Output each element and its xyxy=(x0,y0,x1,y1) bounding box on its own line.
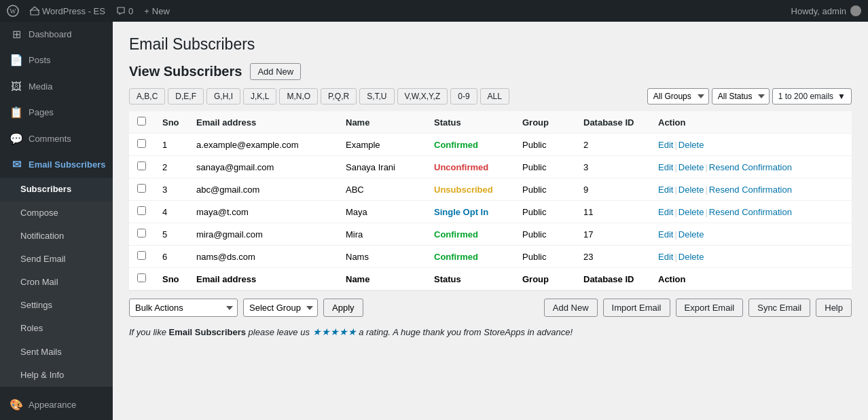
sidebar-item-email-subscribers[interactable]: ✉ Email Subscribers xyxy=(0,152,113,178)
email-subscribers-icon: ✉ xyxy=(10,157,23,172)
filter-bar: A,B,C D,E,F G,H,I J,K,L M,N,O P,Q,R S,T,… xyxy=(129,88,852,104)
sync-email-button[interactable]: Sync Email xyxy=(748,299,810,317)
row-dbid: 23 xyxy=(575,246,650,268)
sidebar-item-compose[interactable]: Compose xyxy=(0,202,113,225)
edit-link[interactable]: Edit xyxy=(658,162,673,172)
resend-link[interactable]: Resend Confirmation xyxy=(709,162,792,172)
edit-link[interactable]: Edit xyxy=(658,252,673,262)
site-name[interactable]: WordPress - ES xyxy=(30,6,105,16)
filter-pqr[interactable]: P,Q,R xyxy=(321,88,357,104)
apply-button[interactable]: Apply xyxy=(323,299,363,317)
row-checkbox-4[interactable] xyxy=(137,229,146,237)
pages-icon: 📋 xyxy=(10,105,23,120)
sidebar-item-help-info[interactable]: Help & Info xyxy=(0,364,113,387)
view-header: View Subscribers Add New xyxy=(129,63,852,80)
new-item[interactable]: + New xyxy=(144,6,170,16)
filter-09[interactable]: 0-9 xyxy=(450,88,477,104)
howdy-label: Howdy, admin xyxy=(791,5,861,16)
main-layout: ⊞ Dashboard 📄 Posts 🖼 Media 📋 Pages 💬 Co… xyxy=(0,22,868,420)
footer-status: Status xyxy=(426,268,514,290)
row-status: Unsubscribed xyxy=(426,178,514,201)
sidebar-item-cron-mail[interactable]: Cron Mail xyxy=(0,271,113,294)
delete-link[interactable]: Delete xyxy=(679,207,704,217)
row-sno: 6 xyxy=(154,246,188,268)
sidebar-item-dashboard[interactable]: ⊞ Dashboard xyxy=(0,22,113,47)
sidebar-item-settings[interactable]: Settings xyxy=(0,294,113,317)
sidebar-submenu: Subscribers Compose Notification Send Em… xyxy=(0,178,113,387)
sidebar-item-posts[interactable]: 📄 Posts xyxy=(0,47,113,73)
filter-ghi[interactable]: G,H,I xyxy=(206,88,240,104)
filter-stu[interactable]: S,T,U xyxy=(359,88,394,104)
filter-mno[interactable]: M,N,O xyxy=(279,88,318,104)
row-sno: 2 xyxy=(154,156,188,178)
header-dbid: Database ID xyxy=(575,111,650,134)
wp-logo[interactable]: W xyxy=(7,5,19,17)
row-name: Maya xyxy=(338,201,426,223)
row-checkbox-2[interactable] xyxy=(137,184,146,193)
row-dbid: 3 xyxy=(575,156,650,178)
stars[interactable]: ★★★★★ xyxy=(312,326,357,337)
row-checkbox-1[interactable] xyxy=(137,161,146,170)
comment-icon xyxy=(116,6,126,16)
row-status: Confirmed xyxy=(426,246,514,268)
export-email-button[interactable]: Export Email xyxy=(676,299,744,317)
table-footer-row: Sno Email address Name Status Group Data… xyxy=(129,268,852,290)
delete-link[interactable]: Delete xyxy=(679,185,704,195)
resend-link[interactable]: Resend Confirmation xyxy=(709,207,792,217)
select-group-select[interactable]: Select Group xyxy=(243,299,318,317)
row-checkbox-3[interactable] xyxy=(137,206,146,215)
edit-link[interactable]: Edit xyxy=(658,207,673,217)
posts-icon: 📄 xyxy=(10,53,23,68)
view-header-label: View Subscribers xyxy=(129,64,242,79)
resend-link[interactable]: Resend Confirmation xyxy=(709,185,792,195)
row-group: Public xyxy=(514,201,575,223)
filter-jkl[interactable]: J,K,L xyxy=(243,88,276,104)
filter-def[interactable]: D,E,F xyxy=(168,88,204,104)
delete-link[interactable]: Delete xyxy=(679,229,704,240)
row-checkbox-5[interactable] xyxy=(137,251,146,260)
sidebar-item-comments[interactable]: 💬 Comments xyxy=(0,126,113,152)
row-status: Confirmed xyxy=(426,134,514,156)
row-action: Edit|Delete xyxy=(650,223,852,246)
sidebar: ⊞ Dashboard 📄 Posts 🖼 Media 📋 Pages 💬 Co… xyxy=(0,22,113,420)
row-check xyxy=(129,246,154,268)
import-email-button[interactable]: Import Email xyxy=(603,299,670,317)
filter-abc[interactable]: A,B,C xyxy=(129,88,165,104)
select-all-footer-checkbox[interactable] xyxy=(137,273,146,282)
footer-dbid: Database ID xyxy=(575,268,650,290)
edit-link[interactable]: Edit xyxy=(658,229,673,240)
sidebar-item-appearance[interactable]: 🎨 Appearance xyxy=(0,392,113,418)
select-all-checkbox[interactable] xyxy=(137,117,146,126)
row-dbid: 17 xyxy=(575,223,650,246)
sidebar-item-send-email[interactable]: Send Email xyxy=(0,248,113,271)
table-row: 3 abc@gmail.com ABC Unsubscribed Public … xyxy=(129,178,852,201)
table-row: 1 a.example@example.com Example Confirme… xyxy=(129,134,852,156)
sidebar-item-pages[interactable]: 📋 Pages xyxy=(0,100,113,126)
row-sno: 3 xyxy=(154,178,188,201)
delete-link[interactable]: Delete xyxy=(679,140,704,150)
filter-vwxyz[interactable]: V,W,X,Y,Z xyxy=(397,88,448,104)
comments-item[interactable]: 0 xyxy=(116,6,133,16)
sidebar-item-notification[interactable]: Notification xyxy=(0,225,113,248)
row-name: ABC xyxy=(338,178,426,201)
sidebar-item-media[interactable]: 🖼 Media xyxy=(0,74,113,100)
sidebar-item-subscribers[interactable]: Subscribers xyxy=(0,178,113,201)
edit-link[interactable]: Edit xyxy=(658,140,673,150)
sidebar-item-sent-mails[interactable]: Sent Mails xyxy=(0,341,113,364)
delete-link[interactable]: Delete xyxy=(679,252,704,262)
delete-link[interactable]: Delete xyxy=(679,162,704,172)
row-email: a.example@example.com xyxy=(188,134,338,156)
bulk-actions-select[interactable]: Bulk Actions xyxy=(129,299,238,317)
add-new-bottom-button[interactable]: Add New xyxy=(544,299,598,317)
row-checkbox-0[interactable] xyxy=(137,139,146,148)
all-status-select[interactable]: All Status xyxy=(712,88,770,104)
all-groups-select[interactable]: All Groups xyxy=(647,88,709,104)
edit-link[interactable]: Edit xyxy=(658,185,673,195)
footer-action: Action xyxy=(650,268,852,290)
admin-bar: W WordPress - ES 0 + New Howdy, admin xyxy=(0,0,868,22)
filter-all[interactable]: ALL xyxy=(480,88,509,104)
svg-text:W: W xyxy=(10,7,16,15)
add-new-top-button[interactable]: Add New xyxy=(250,63,301,80)
help-button[interactable]: Help xyxy=(816,299,852,317)
sidebar-item-roles[interactable]: Roles xyxy=(0,317,113,340)
